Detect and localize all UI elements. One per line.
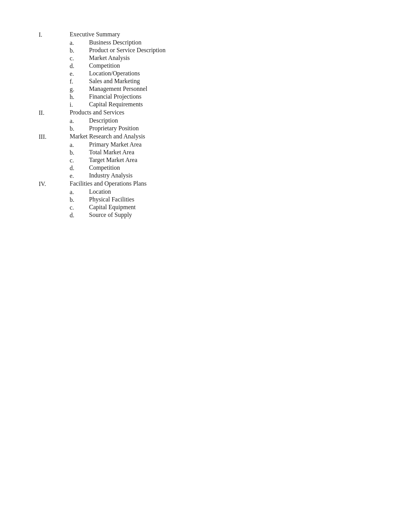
sub-title-1-4: Competition bbox=[89, 62, 120, 69]
section-row-1: I.Executive Summary bbox=[39, 31, 372, 38]
sub-item-1-9: i.Capital Requirements bbox=[39, 101, 372, 108]
sub-letter-4-1: a. bbox=[39, 188, 89, 196]
sub-item-4-3: c.Capital Equipment bbox=[39, 204, 372, 211]
sub-letter-1-2: b. bbox=[39, 47, 89, 54]
sub-item-4-1: a.Location bbox=[39, 188, 372, 196]
sub-list-4: a.Locationb.Physical Facilitiesc.Capital… bbox=[39, 188, 372, 219]
section-title-4: Facilities and Operations Plans bbox=[70, 180, 147, 187]
sub-item-1-3: c.Market Analysis bbox=[39, 55, 372, 62]
sub-letter-3-3: c. bbox=[39, 157, 89, 164]
sub-item-3-1: a.Primary Market Area bbox=[39, 141, 372, 148]
sub-title-4-1: Location bbox=[89, 188, 111, 195]
section-numeral-1: I. bbox=[39, 31, 70, 38]
sub-item-4-2: b.Physical Facilities bbox=[39, 196, 372, 203]
sub-list-1: a.Business Descriptionb.Product or Servi… bbox=[39, 39, 372, 108]
sub-letter-1-7: g. bbox=[39, 85, 89, 93]
sub-letter-4-4: d. bbox=[39, 211, 89, 219]
sub-item-3-5: e.Industry Analysis bbox=[39, 172, 372, 179]
sub-item-4-4: d.Source of Supply bbox=[39, 211, 372, 219]
sub-title-1-1: Business Description bbox=[89, 39, 142, 46]
sub-list-3: a.Primary Market Areab.Total Market Area… bbox=[39, 141, 372, 179]
section-item-1: I.Executive Summarya.Business Descriptio… bbox=[39, 31, 372, 108]
sub-title-3-3: Target Market Area bbox=[89, 157, 137, 164]
sub-letter-2-2: b. bbox=[39, 125, 89, 132]
sub-title-3-2: Total Market Area bbox=[89, 149, 134, 156]
sub-title-2-2: Proprietary Position bbox=[89, 125, 139, 132]
sub-item-1-7: g.Management Personnel bbox=[39, 85, 372, 93]
sub-title-4-2: Physical Facilities bbox=[89, 196, 134, 203]
sub-item-1-2: b.Product or Service Description bbox=[39, 47, 372, 54]
sub-list-2: a.Descriptionb.Proprietary Position bbox=[39, 117, 372, 132]
section-row-4: IV.Facilities and Operations Plans bbox=[39, 180, 372, 188]
sub-title-1-3: Market Analysis bbox=[89, 55, 130, 61]
sub-title-1-5: Location/Operations bbox=[89, 70, 140, 77]
sub-title-1-9: Capital Requirements bbox=[89, 101, 143, 108]
sub-letter-1-1: a. bbox=[39, 39, 89, 46]
sub-title-3-4: Competition bbox=[89, 164, 120, 171]
page-content: I.Executive Summarya.Business Descriptio… bbox=[0, 0, 411, 251]
sub-title-3-1: Primary Market Area bbox=[89, 141, 142, 148]
sub-letter-1-5: e. bbox=[39, 70, 89, 77]
sub-item-1-5: e.Location/Operations bbox=[39, 70, 372, 77]
section-item-2: II.Products and Servicesa.Descriptionb.P… bbox=[39, 109, 372, 132]
sub-title-4-4: Source of Supply bbox=[89, 211, 132, 218]
sub-letter-4-3: c. bbox=[39, 204, 89, 211]
sub-letter-1-9: i. bbox=[39, 101, 89, 108]
section-title-3: Market Research and Analysis bbox=[70, 133, 145, 140]
section-numeral-3: III. bbox=[39, 133, 70, 140]
sub-letter-4-2: b. bbox=[39, 196, 89, 203]
section-title-2: Products and Services bbox=[70, 109, 124, 116]
sub-letter-2-1: a. bbox=[39, 117, 89, 124]
sub-item-1-8: h.Financial Projections bbox=[39, 93, 372, 101]
sub-title-4-3: Capital Equipment bbox=[89, 204, 135, 211]
section-item-3: III.Market Research and Analysisa.Primar… bbox=[39, 133, 372, 179]
sub-item-2-1: a.Description bbox=[39, 117, 372, 124]
sub-item-3-4: d.Competition bbox=[39, 164, 372, 172]
section-row-2: II.Products and Services bbox=[39, 109, 372, 116]
sub-item-1-1: a.Business Description bbox=[39, 39, 372, 46]
sub-item-2-2: b.Proprietary Position bbox=[39, 125, 372, 132]
section-numeral-2: II. bbox=[39, 109, 70, 116]
section-row-3: III.Market Research and Analysis bbox=[39, 133, 372, 140]
sub-letter-3-1: a. bbox=[39, 141, 89, 148]
sub-letter-1-8: h. bbox=[39, 93, 89, 101]
sub-letter-3-5: e. bbox=[39, 172, 89, 179]
section-title-1: Executive Summary bbox=[70, 31, 120, 38]
sub-title-3-5: Industry Analysis bbox=[89, 172, 132, 179]
sub-item-1-4: d.Competition bbox=[39, 62, 372, 70]
sub-item-3-2: b.Total Market Area bbox=[39, 149, 372, 156]
section-numeral-4: IV. bbox=[39, 180, 70, 188]
sub-title-1-7: Management Personnel bbox=[89, 85, 147, 92]
sub-title-2-1: Description bbox=[89, 117, 118, 124]
sub-letter-1-3: c. bbox=[39, 55, 89, 62]
sub-letter-1-4: d. bbox=[39, 62, 89, 70]
sub-title-1-2: Product or Service Description bbox=[89, 47, 166, 54]
sub-item-1-6: f.Sales and Marketing bbox=[39, 78, 372, 85]
section-item-4: IV.Facilities and Operations Plansa.Loca… bbox=[39, 180, 372, 219]
sub-letter-3-4: d. bbox=[39, 164, 89, 172]
sub-item-3-3: c.Target Market Area bbox=[39, 157, 372, 164]
sub-letter-1-6: f. bbox=[39, 78, 89, 85]
sub-title-1-6: Sales and Marketing bbox=[89, 78, 140, 85]
sub-letter-3-2: b. bbox=[39, 149, 89, 156]
sub-title-1-8: Financial Projections bbox=[89, 93, 142, 100]
main-outline: I.Executive Summarya.Business Descriptio… bbox=[39, 31, 372, 219]
